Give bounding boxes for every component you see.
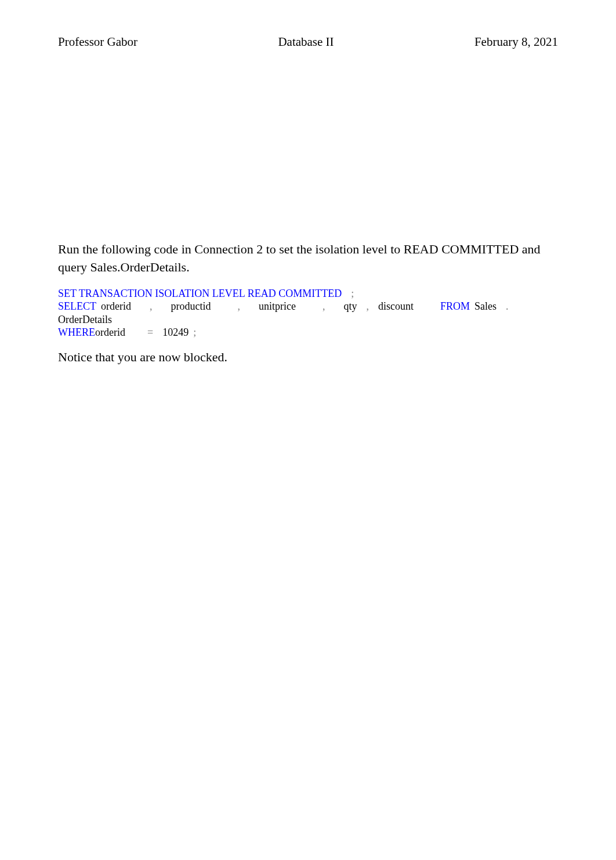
sql-column: orderid [95,326,125,339]
sql-column: productid [171,300,211,313]
sql-semicolon: ; [193,326,196,339]
sql-comma: , [366,300,369,313]
instruction-paragraph-1: Run the following code in Connection 2 t… [58,241,558,277]
sql-code-block: SET TRANSACTION ISOLATION LEVEL READ COM… [58,287,558,339]
header-date: February 8, 2021 [474,35,558,49]
sql-equals: = [147,326,153,339]
sql-semicolon: ; [351,287,354,300]
sql-comma: , [150,300,153,313]
sql-column: orderid [101,300,131,313]
sql-select: SELECT [58,300,96,313]
sql-column: discount [378,300,414,313]
page-header: Professor Gabor Database II February 8, … [58,35,558,49]
header-author: Professor Gabor [58,35,137,49]
sql-keyword: SET TRANSACTION ISOLATION LEVEL READ COM… [58,287,342,300]
sql-value: 10249 [162,326,189,339]
sql-dot: . [506,300,509,313]
sql-column: qty [343,300,357,313]
sql-schema: Sales [474,300,497,313]
sql-comma: , [237,300,240,313]
code-line-3: WHERE orderid = 10249 ; [58,326,558,339]
sql-table: OrderDetails [58,313,112,326]
code-line-2: SELECT orderid , productid , unitprice ,… [58,300,558,326]
sql-comma: , [323,300,325,313]
header-title: Database II [278,35,334,49]
code-line-1: SET TRANSACTION ISOLATION LEVEL READ COM… [58,287,558,300]
sql-column: unitprice [259,300,296,313]
sql-from: FROM [440,300,470,313]
sql-where: WHERE [58,326,95,339]
instruction-paragraph-2: Notice that you are now blocked. [58,349,558,367]
